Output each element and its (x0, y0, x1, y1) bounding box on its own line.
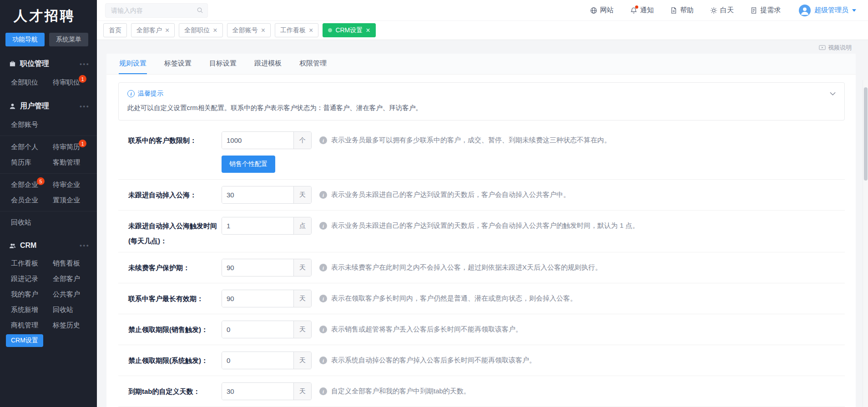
sidebar-item[interactable]: 商机管理 (11, 317, 53, 333)
sales-config-button[interactable]: 销售个性配置 (222, 156, 275, 173)
app-window: 人才招聘 功能导航系统菜单 职位管理●●●全部职位待审职位1用户管理●●●全部账… (0, 0, 868, 407)
sidebar-item[interactable]: 全部职位 (11, 75, 53, 90)
field-label: 联系中客户最长有效期： (128, 290, 222, 307)
sun-icon (710, 7, 717, 14)
sidebar-item[interactable]: 置顶企业 (53, 192, 97, 208)
sidebar-item[interactable]: 公共客户 (53, 286, 97, 302)
content-column: 网站通知帮助白天提需求 超级管理员 首页全部客户×全部职位×全部账号×工作看板×… (97, 0, 868, 407)
unit-suffix: 天 (293, 259, 311, 276)
sidebar-item[interactable]: 我的客户 (11, 286, 53, 302)
open-page-tab[interactable]: 全部职位× (179, 23, 222, 37)
settings-tab[interactable]: 标签设置 (164, 54, 192, 74)
field-input-group: 天 (222, 352, 312, 369)
unit-suffix: 天 (293, 321, 311, 338)
rules-form: 联系中的客户数限制：个i表示业务员最多可以拥有多少联系中的客户，成交、暂停、到期… (118, 125, 845, 407)
sidebar-item[interactable]: 简历库 (11, 155, 53, 170)
sidebar-item[interactable]: CRM设置 (11, 333, 53, 348)
field-input-group: 个 (222, 131, 312, 149)
topbar-action-2[interactable]: 帮助 (670, 6, 694, 15)
scrollbar[interactable] (863, 80, 868, 407)
topbar-action-1[interactable]: 通知 (630, 6, 654, 15)
field-input[interactable] (222, 186, 293, 203)
open-page-tab[interactable]: 首页 (103, 23, 127, 37)
info-circle-icon: i (127, 90, 135, 97)
close-tab-icon[interactable]: × (261, 27, 265, 34)
scrollbar-thumb[interactable] (864, 87, 868, 181)
tab-label: 全部客户 (136, 26, 162, 35)
sidebar-item[interactable]: 销售看板 (53, 256, 97, 271)
sidebar-mode-tab[interactable]: 功能导航 (5, 33, 45, 46)
notice-body: 此处可以自定义设置crm相关配置。联系中的客户表示客户状态为：普通客户、潜在客户… (127, 104, 836, 112)
sidebar-item[interactable]: 全部客户 (53, 271, 97, 286)
field-input[interactable] (222, 290, 293, 307)
settings-tab[interactable]: 跟进模板 (254, 54, 282, 74)
sidebar-item-label: 回收站 (11, 218, 31, 227)
open-page-tab[interactable]: CRM设置× (323, 23, 375, 37)
field-input[interactable] (222, 217, 293, 234)
avatar (799, 5, 811, 16)
open-page-tab[interactable]: 工作看板× (275, 23, 318, 37)
search-icon[interactable] (197, 7, 203, 14)
close-tab-icon[interactable]: × (366, 27, 370, 34)
field-label: 联系中的客户数限制： (128, 131, 222, 173)
video-help-link[interactable]: 视频说明 (819, 44, 852, 52)
sidebar-item[interactable]: 标签历史 (53, 317, 97, 333)
settings-tab[interactable]: 规则设置 (119, 54, 147, 74)
field-hint: 表示业务员未跟进自己的客户达到设置的天数后，客户会自动掉入公共客户中。 (331, 191, 570, 199)
close-tab-icon[interactable]: × (165, 27, 169, 34)
sidebar-item[interactable]: 回收站 (11, 215, 53, 230)
sidebar-section-header[interactable]: CRM●●● (0, 238, 97, 252)
tab-label: 全部账号 (232, 26, 258, 35)
sidebar-item[interactable]: 回收站 (53, 302, 97, 317)
sidebar-item-label: 公共客户 (53, 290, 80, 299)
sidebar-section-header[interactable]: 用户管理●●● (0, 98, 97, 114)
sidebar-item-label: 全部账号 (11, 121, 38, 129)
notice-box: i 温馨提示 此处可以自定义设置crm相关配置。联系中的客户表示客户状态为：普通… (118, 82, 845, 121)
field-input[interactable] (222, 132, 293, 149)
open-page-tab[interactable]: 全部客户× (131, 23, 175, 37)
sidebar-item[interactable]: 待审简历1 (53, 139, 97, 155)
sidebar-item[interactable]: 待审企业 (53, 177, 97, 192)
topbar-action-3[interactable]: 白天 (710, 6, 734, 15)
request-icon (750, 7, 757, 14)
topbar-action-label: 提需求 (760, 6, 781, 15)
sidebar-item[interactable]: 全部企业5 (11, 177, 53, 192)
settings-tab[interactable]: 目标设置 (209, 54, 237, 74)
section-more-icon[interactable]: ●●● (80, 243, 90, 248)
sidebar-item[interactable]: 客勤管理 (53, 155, 97, 170)
field-input[interactable] (222, 259, 293, 276)
user-menu[interactable]: 超级管理员 (799, 5, 856, 16)
sidebar-item-label: 销售看板 (53, 259, 80, 268)
search-input[interactable] (105, 3, 208, 18)
topbar-actions: 网站通知帮助白天提需求 (590, 6, 781, 15)
field-input[interactable] (222, 352, 293, 369)
sidebar-item[interactable]: 待审职位1 (53, 75, 97, 90)
chevron-down-icon[interactable] (830, 92, 836, 95)
sidebar-item[interactable]: 跟进记录 (11, 271, 53, 286)
open-page-tab[interactable]: 全部账号× (227, 23, 271, 37)
close-tab-icon[interactable]: × (309, 27, 313, 34)
sidebar-item[interactable]: 全部个人 (11, 139, 53, 155)
sidebar-mode-tabs: 功能导航系统菜单 (0, 32, 97, 52)
field-input-group: 天 (222, 321, 312, 338)
section-more-icon[interactable]: ●●● (80, 104, 90, 109)
sidebar-group: 回收站 (0, 211, 97, 233)
sidebar-item[interactable]: 工作看板 (11, 256, 53, 271)
sidebar-section-header[interactable]: 职位管理●●● (0, 55, 97, 71)
field-input[interactable] (222, 383, 293, 400)
tab-label: CRM设置 (335, 26, 363, 35)
doc-icon (670, 7, 677, 14)
close-tab-icon[interactable]: × (213, 27, 217, 34)
topbar-action-4[interactable]: 提需求 (750, 6, 781, 15)
sidebar-item[interactable]: 全部账号 (11, 117, 53, 132)
sidebar-mode-tab[interactable]: 系统菜单 (49, 33, 88, 46)
sidebar-item-label: 待审企业 (53, 181, 80, 189)
settings-tab[interactable]: 权限管理 (299, 54, 327, 74)
form-row: 联系中客户最长有效期：天i表示在领取客户多长时间内，客户仍然是普通、潜在或意向状… (118, 283, 845, 314)
section-more-icon[interactable]: ●●● (80, 62, 90, 66)
field-label: 未跟进自动掉入公海： (128, 186, 222, 204)
field-input[interactable] (222, 321, 293, 338)
sidebar-item[interactable]: 会员企业 (11, 192, 53, 208)
sidebar-item[interactable]: 系统新增 (11, 302, 53, 317)
topbar-action-0[interactable]: 网站 (590, 6, 614, 15)
